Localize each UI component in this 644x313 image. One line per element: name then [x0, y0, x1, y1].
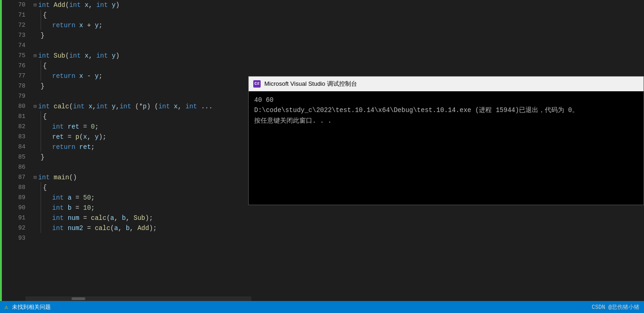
code-line-92: int num2 = calc(a, b, Add);	[34, 223, 644, 233]
code-line-73: }	[34, 30, 644, 41]
line-num-73: 73	[4, 30, 25, 41]
green-bar	[0, 0, 2, 313]
fold-icon-80[interactable]: ⊟	[34, 101, 37, 112]
line-num-77: 77	[4, 71, 25, 81]
scroll-thumb[interactable]	[72, 297, 85, 300]
status-branding: CSDN @悲伤猪小猪	[592, 303, 639, 311]
line-num-80: 80	[4, 101, 25, 112]
console-window: C# Microsoft Visual Studio 调试控制台 40 60 D…	[248, 76, 644, 205]
line-num-75: 75	[4, 51, 25, 61]
gutter	[0, 0, 4, 313]
line-num-70: 70	[4, 0, 25, 10]
line-num-88: 88	[4, 183, 25, 193]
fold-icon-70[interactable]: ⊟	[34, 0, 37, 10]
line-num-86: 86	[4, 162, 25, 172]
vs-console-icon: C#	[253, 80, 261, 88]
code-line-70: ⊟int Add(int x, int y)	[34, 0, 644, 10]
console-title: Microsoft Visual Studio 调试控制台	[264, 80, 639, 88]
status-warning-text: 未找到相关问题	[12, 303, 51, 311]
line-num-90: 90	[4, 203, 25, 213]
code-line-76: {	[34, 61, 644, 71]
line-num-81: 81	[4, 112, 25, 122]
fold-icon-87[interactable]: ⊟	[34, 172, 37, 183]
status-left: ⚠ 未找到相关问题	[5, 303, 51, 311]
code-line-71: {	[34, 10, 644, 20]
line-num-87: 87	[4, 172, 25, 183]
line-numbers: 70 71 72 73 74 75 76 77 78 79 80 81 82 8…	[4, 0, 29, 313]
line-num-85: 85	[4, 152, 25, 162]
line-num-83: 83	[4, 132, 25, 142]
line-num-92: 92	[4, 223, 25, 233]
line-num-82: 82	[4, 122, 25, 132]
code-line-74	[34, 41, 644, 51]
line-num-78: 78	[4, 81, 25, 91]
code-line-75: ⊟int Sub(int x, int y)	[34, 51, 644, 61]
line-num-79: 79	[4, 91, 25, 101]
console-line-3: 按任意键关闭此窗口. . .	[254, 116, 638, 126]
line-num-91: 91	[4, 213, 25, 223]
code-line-93	[34, 233, 644, 243]
line-num-71: 71	[4, 10, 25, 20]
line-num-76: 76	[4, 61, 25, 71]
console-line-2: D:\code\study_c\2022\test.10.14\x64\Debu…	[254, 105, 638, 115]
line-num-84: 84	[4, 142, 25, 152]
fold-icon-75[interactable]: ⊟	[34, 51, 37, 61]
code-line-91: int num = calc(a, b, Sub);	[34, 213, 644, 223]
code-line-72: return x + y;	[34, 20, 644, 30]
line-num-72: 72	[4, 20, 25, 30]
line-num-93: 93	[4, 233, 25, 243]
horizontal-scrollbar[interactable]	[25, 296, 251, 301]
console-titlebar: C# Microsoft Visual Studio 调试控制台	[249, 77, 644, 91]
console-output: 40 60 D:\code\study_c\2022\test.10.14\x6…	[249, 91, 644, 205]
warning-icon: ⚠	[5, 303, 8, 311]
console-line-1: 40 60	[254, 95, 638, 105]
status-bar: ⚠ 未找到相关问题 CSDN @悲伤猪小猪	[0, 301, 644, 313]
line-num-74: 74	[4, 41, 25, 51]
line-num-89: 89	[4, 193, 25, 203]
